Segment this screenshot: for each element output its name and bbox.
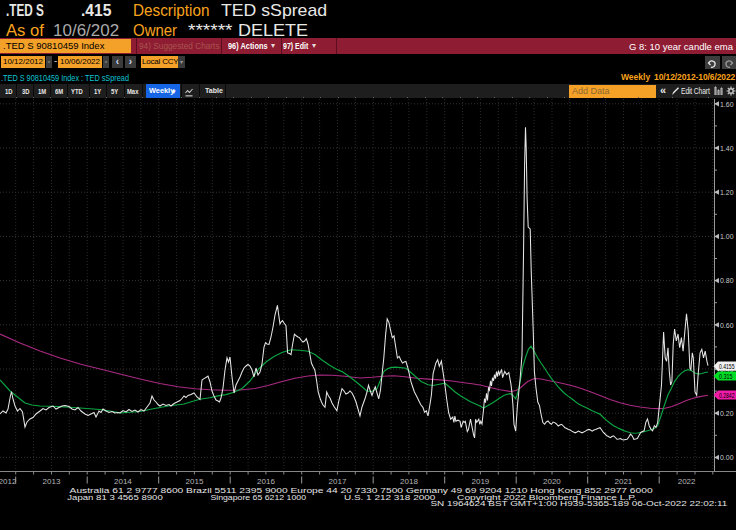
svg-text:0.60: 0.60 — [720, 321, 734, 330]
svg-text:0.4155: 0.4155 — [719, 362, 735, 371]
svg-text:2013: 2013 — [43, 477, 61, 486]
svg-text:2019: 2019 — [472, 477, 490, 486]
svg-text:1.40: 1.40 — [720, 144, 734, 153]
svg-text:2015: 2015 — [186, 477, 204, 486]
svg-text:0.2842: 0.2842 — [719, 391, 735, 400]
svg-text:U.S. 1 212 318 2000: U.S. 1 212 318 2000 — [344, 493, 436, 502]
svg-text:2017: 2017 — [329, 477, 347, 486]
svg-text:2012: 2012 — [0, 477, 17, 486]
svg-text:SN 1964624 BST GMT+1:00 H939-: SN 1964624 BST GMT+1:00 H939-5365-189 06… — [430, 499, 728, 508]
svg-text:1.60: 1.60 — [720, 100, 734, 109]
svg-text:Singapore 65 6212 1000: Singapore 65 6212 1000 — [210, 493, 306, 502]
svg-text:0.00: 0.00 — [720, 453, 734, 462]
svg-text:2020: 2020 — [543, 477, 561, 486]
svg-text:2016: 2016 — [257, 477, 275, 486]
svg-text:0.20: 0.20 — [720, 409, 734, 418]
svg-text:2022: 2022 — [678, 477, 696, 486]
svg-text:2021: 2021 — [615, 477, 633, 486]
svg-text:2014: 2014 — [114, 477, 132, 486]
svg-text:0.315: 0.315 — [719, 372, 733, 381]
svg-text:1.00: 1.00 — [720, 232, 734, 241]
svg-text:0.80: 0.80 — [720, 276, 734, 285]
svg-text:Japan 81 3 4565 8900: Japan 81 3 4565 8900 — [67, 493, 163, 502]
svg-text:2018: 2018 — [400, 477, 418, 486]
svg-text:1.20: 1.20 — [720, 188, 734, 197]
